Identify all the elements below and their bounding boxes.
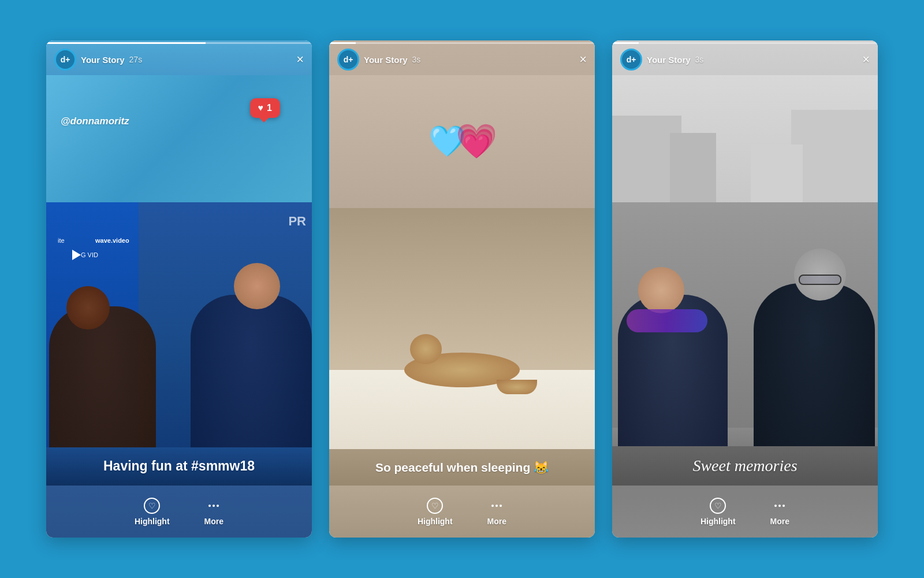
highlight-icon-2: [426, 497, 444, 514]
three-dots-1: [208, 505, 219, 507]
card1-photo-area: ite G VID wave.video PR: [46, 202, 312, 486]
story-content-1: @donnamoritz ♥ 1 ite G VID wave.video: [46, 40, 312, 538]
highlight-label-3: Highlight: [701, 517, 736, 526]
story-card-1: d+ Your Story 27s × @donnamoritz ♥ 1: [46, 40, 312, 538]
dot5: [495, 505, 498, 507]
story-actions-2: Highlight More: [329, 486, 595, 538]
avatar-inner-1: d+: [56, 50, 74, 69]
more-icon-1: [205, 497, 222, 514]
building4: [751, 144, 803, 202]
story-time-3: 3s: [695, 55, 704, 64]
card1-top-section: @donnamoritz ♥ 1: [46, 75, 312, 202]
more-icon-3: [771, 497, 788, 514]
card2-photo-area: [329, 208, 595, 486]
badge-count-1: 1: [267, 103, 272, 113]
avatar-inner-3: d+: [622, 50, 640, 69]
card1-bg: @donnamoritz ♥ 1 ite G VID wave.video: [46, 40, 312, 538]
close-button-3[interactable]: ×: [862, 53, 870, 66]
building3: [791, 110, 878, 202]
avatar-3[interactable]: d+: [620, 49, 642, 71]
avatar-icon-3: d+: [627, 55, 636, 64]
avatar-icon-1: d+: [61, 55, 70, 64]
more-label-1: More: [204, 517, 223, 526]
booth-g-vid: G VID: [81, 251, 98, 258]
story-header-1: d+ Your Story 27s ×: [46, 44, 312, 75]
notification-badge-1: ♥ 1: [250, 98, 280, 118]
glasses: [799, 275, 841, 285]
story-actions-1: Highlight More: [46, 486, 312, 538]
more-button-2[interactable]: More: [487, 497, 506, 526]
dot2: [213, 505, 215, 507]
story-content-2: 🩵 💗 So peaceful when sleeping 😹: [329, 40, 595, 538]
avatar-2[interactable]: d+: [337, 49, 359, 71]
booth-subtext: ite: [58, 237, 65, 244]
wave-video-label: wave.video: [95, 237, 129, 244]
card3-top-section: [612, 75, 878, 202]
card3-caption: Sweet memories: [612, 446, 878, 486]
more-label-2: More: [487, 517, 506, 526]
dot4: [491, 505, 494, 507]
dot9: [783, 505, 785, 507]
highlight-button-1[interactable]: Highlight: [135, 497, 170, 526]
highlight-label-2: Highlight: [418, 517, 453, 526]
username-3: Your Story: [647, 55, 691, 65]
avatar-1[interactable]: d+: [54, 49, 76, 71]
dot7: [774, 505, 777, 507]
highlight-button-3[interactable]: Highlight: [701, 497, 736, 526]
card3-caption-text: Sweet memories: [624, 457, 866, 475]
mention-text-1: @donnamoritz: [61, 116, 129, 127]
person1-head: [66, 286, 110, 329]
person2-head: [234, 263, 280, 309]
person4-head: [794, 249, 846, 301]
dot1: [208, 505, 211, 507]
close-button-2[interactable]: ×: [579, 53, 587, 66]
story-time-1: 27s: [129, 55, 143, 64]
three-dots-3: [774, 505, 785, 507]
heart-circle-2: [427, 498, 443, 514]
three-dots-2: [491, 505, 502, 507]
dot6: [500, 505, 502, 507]
card2-bg: 🩵 💗 So peaceful when sleeping 😹: [329, 40, 595, 538]
card2-caption-text: So peaceful when sleeping 😹: [341, 460, 583, 475]
heart-circle-3: [710, 498, 726, 514]
story-card-3: d+ Your Story 3s ×: [612, 40, 878, 538]
heart-icon-badge-1: ♥: [258, 103, 264, 113]
dot8: [778, 505, 781, 507]
pr-sign: PR: [288, 214, 306, 229]
heart-circle-1: [144, 498, 160, 514]
story-time-2: 3s: [412, 55, 421, 64]
building2: [670, 133, 716, 202]
story-actions-3: Highlight More: [612, 486, 878, 538]
more-button-1[interactable]: More: [204, 497, 223, 526]
more-button-3[interactable]: More: [770, 497, 789, 526]
hearts-container: 🩵 💗: [423, 121, 502, 161]
highlight-icon-1: [143, 497, 161, 514]
card3-bg: Sweet memories Highlight: [612, 40, 878, 538]
highlight-button-2[interactable]: Highlight: [418, 497, 453, 526]
close-button-1[interactable]: ×: [296, 53, 304, 66]
pink-heart: 💗: [456, 121, 497, 161]
person3-head: [638, 267, 684, 313]
username-1: Your Story: [81, 55, 125, 65]
story-header-3: d+ Your Story 3s ×: [612, 44, 878, 75]
card3-photo-area: [612, 202, 878, 486]
username-2: Your Story: [364, 55, 408, 65]
card2-caption: So peaceful when sleeping 😹: [329, 449, 595, 486]
highlight-icon-3: [709, 497, 726, 514]
cat-paws: [497, 380, 537, 394]
story-header-2: d+ Your Story 3s ×: [329, 44, 595, 75]
story-content-3: Sweet memories Highlight: [612, 40, 878, 538]
more-icon-2: [488, 497, 505, 514]
more-label-3: More: [770, 517, 789, 526]
story-card-2: d+ Your Story 3s × 🩵 💗: [329, 40, 595, 538]
user-info-3: Your Story 3s: [647, 55, 862, 65]
cat-head: [410, 334, 442, 364]
avatar-icon-2: d+: [344, 55, 353, 64]
play-icon-1: [72, 250, 81, 260]
card1-caption: Having fun at #smmw18: [46, 447, 312, 486]
dot3: [217, 505, 219, 507]
avatar-inner-2: d+: [339, 50, 357, 69]
highlight-label-1: Highlight: [135, 517, 170, 526]
scarf: [627, 309, 707, 332]
user-info-2: Your Story 3s: [364, 55, 579, 65]
